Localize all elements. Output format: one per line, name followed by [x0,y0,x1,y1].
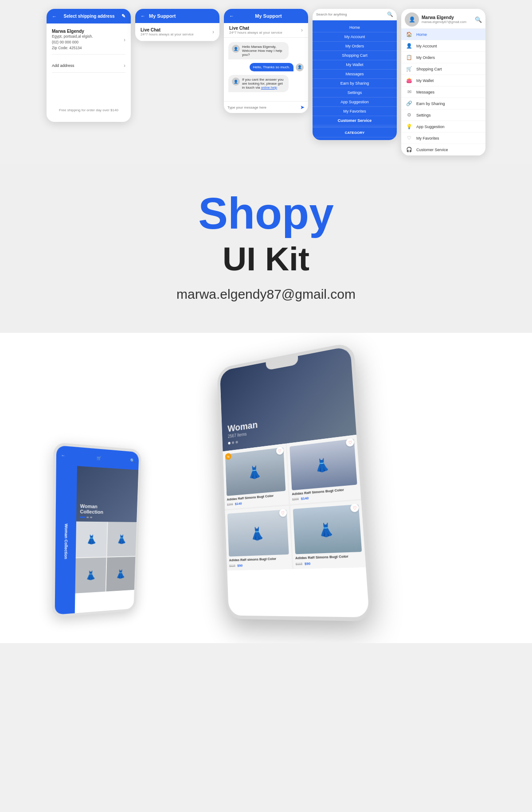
mockup-section: ← 🛒 🔍 Woman Collection WomanCollection [0,333,532,643]
support-header: ← My Support [135,9,219,23]
new-price-2: $140 [301,496,309,501]
profile-menu-favorites[interactable]: ♡ My Favorites [401,133,485,144]
dot-2 [232,441,234,444]
settings-label: Settings [416,113,431,117]
menu-item-orders[interactable]: My Orders [313,42,397,51]
new-price-1: $140 [235,502,242,506]
shipping-body: Marwa Elgendy Egypt, portsaid,al elgish.… [47,23,131,122]
bot-avatar-2: 👤 [232,78,240,86]
hero-title: WomanCollection [80,503,134,515]
back-icon[interactable]: ← [61,453,66,458]
edit-icon[interactable]: ✎ [121,13,125,19]
profile-menu-orders[interactable]: 📋 My Orders [401,52,485,63]
orders-icon: 📋 [406,55,413,60]
sidebar-label: Woman Collection [63,523,68,559]
add-chevron-icon: › [124,62,125,69]
chat-header: ← My Support [224,9,308,23]
search-icon[interactable]: 🔍 [387,12,393,17]
profile-menu-suggestion[interactable]: 💡 App Suggestion [401,121,485,133]
menu-item-customer[interactable]: Customer Service [313,116,397,125]
menu-item-suggestion[interactable]: App Suggestion [313,98,397,107]
search-bar: 🔍 [313,9,397,20]
screen-menu: 🔍 Home My Account My Orders Shopping Car… [313,9,397,140]
menu-item-settings[interactable]: Settings [313,88,397,98]
shipping-header: ← Select shipping address ✎ [47,9,131,23]
menu-item-home[interactable]: Home [313,23,397,32]
profile-menu-wallet[interactable]: 👛 My Wallet [401,75,485,86]
suggestion-label: App Suggestion [416,125,445,129]
address-chevron-icon[interactable]: › [124,37,125,43]
profile-menu-cart[interactable]: 🛒 Shopping Cart [401,63,485,75]
customer-label: Customer Service [416,148,448,152]
profile-menu-list: 🏠 Home 👤 My Account 📋 My Orders 🛒 Shoppi… [401,29,485,156]
menu-item-account[interactable]: My Account [313,32,397,42]
chat-messages: 👤 Hello Marwa Elgendy, Welcome How may I… [224,38,308,97]
profile-menu-messages[interactable]: ✉ Messages [401,86,485,98]
address-name: Marwa Elgendy [52,29,93,34]
menu-item-favorites[interactable]: My Favorites [313,107,397,116]
settings-icon: ⚙ [406,112,413,118]
messages-label: Messages [416,90,434,94]
shipping-title: Select shipping address [63,14,114,19]
live-chat-title: Live Chat [141,27,194,32]
branding-section: Shopy UI Kit marwa.elgendy87@gmail.com [0,164,532,333]
product-card-4: 👗 ♡ Adidas Raff Simons Bugt Color $115 $… [290,500,366,569]
product-image-3: 👗 [227,510,289,557]
address-line1: Egypt, portsaid,al elgish. [52,34,93,39]
profile-menu-settings[interactable]: ⚙ Settings [401,109,485,121]
brand-s: S [198,188,228,238]
menu-item-earn[interactable]: Earn by Sharing [313,79,397,88]
add-address-btn[interactable]: Add address › [52,59,125,73]
favorites-label: My Favorites [416,136,439,141]
orders-label: My Orders [416,55,435,60]
back-arrow-icon[interactable]: ← [229,13,234,19]
live-chat-item[interactable]: Live Chat 24*7 hours always at your serv… [135,23,219,41]
profile-menu-customer[interactable]: 🎧 Customer Service [401,144,485,156]
screen-support: ← My Support Live Chat 24*7 hours always… [135,9,219,41]
screen-live-chat: ← My Support Live Chat 24*7 hours always… [224,9,308,113]
product-grid: 👗 % ♡ Adidas Raff Simons Bugt Color $209… [223,435,366,570]
menu-item-category[interactable]: CATEGORY [313,129,397,137]
suggestion-icon: 💡 [406,124,413,129]
chat-message-3: 👤 If you cant the answer you are looking… [228,75,289,92]
support-title: My Support [149,13,176,19]
profile-menu-earn[interactable]: 🔗 Earn by Sharing [401,98,485,109]
back-arrow-icon[interactable]: ← [52,14,57,19]
online-help-link[interactable]: online help [261,86,277,90]
live-chat-subtitle: 24*7 hours always at your service [141,32,194,36]
menu-item-wallet[interactable]: My Wallet [313,60,397,70]
menu-item-messages[interactable]: Messages [313,70,397,79]
product-1: 👗 [76,521,107,557]
search-icon[interactable]: 🔍 [475,16,482,23]
chat-input[interactable] [227,105,300,109]
product-image-2: 👗 [289,439,357,491]
free-shipping-note: Free shipping for order day over $140 [52,108,125,117]
phone-mockup-container: ← 🛒 🔍 Woman Collection WomanCollection [9,351,523,617]
product-image-1: 👗 [225,447,286,496]
chat-message-1: 👤 Hello Marwa Elgendy, Welcome How may I… [228,42,289,59]
big-phone-screen: Woman 2567 Items 👗 % ♡ Adidas Raff Simon… [220,346,369,617]
old-price-4: $115 [296,562,303,566]
old-price-2: $209 [292,497,299,501]
send-icon[interactable]: ➤ [300,104,305,110]
old-price-3: $115 [229,564,235,567]
search-input[interactable] [316,12,387,16]
cart-label: Shopping Cart [416,67,442,71]
new-price-3: $90 [237,563,243,567]
profile-topbar: 👤 Marwa Elgendy marwa.elgendy87@gmail.co… [401,9,485,29]
earn-icon: 🔗 [406,101,413,106]
cart-icon[interactable]: 🛒 [96,456,101,461]
product-price-3: $115 $90 [229,562,289,568]
profile-menu-home[interactable]: 🏠 Home [401,29,485,40]
product-card-2: 👗 ♡ Adidas Raff Simons Bugt Color $209 $… [287,435,361,504]
customer-icon: 🎧 [406,147,413,152]
profile-email: marwa.elgendy87@gmail.com [422,20,466,24]
search-icon[interactable]: 🔍 [130,458,134,463]
menu-item-cart[interactable]: Shopping Cart [313,51,397,60]
user-avatar: 👤 [296,63,304,71]
back-arrow-icon[interactable]: ← [141,13,145,19]
old-price-1: $209 [227,503,233,506]
chat-subheader: Live Chat 24*7 hours always at your serv… [224,23,308,38]
product-4: 👗 [106,557,135,591]
profile-menu-account[interactable]: 👤 My Account [401,40,485,52]
